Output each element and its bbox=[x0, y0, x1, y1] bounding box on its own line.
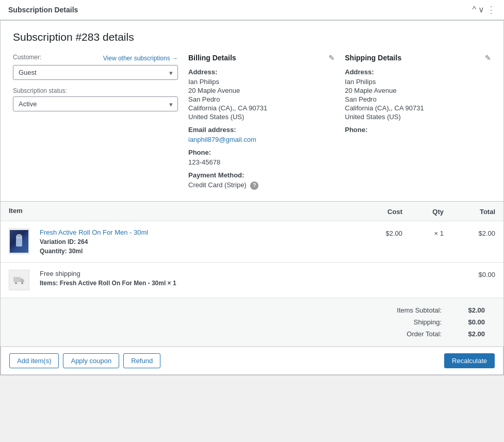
svg-rect-0 bbox=[16, 235, 22, 247]
subscription-title: Subscription #283 details bbox=[13, 31, 491, 43]
shipping-total-row: Shipping: $0.00 bbox=[11, 318, 493, 326]
shipping-city: San Pedro bbox=[345, 95, 492, 103]
order-total-row: Order Total: $2.00 bbox=[11, 330, 493, 338]
customer-select-wrapper: Guest bbox=[13, 65, 178, 80]
shipping-edit-icon[interactable]: ✎ bbox=[485, 54, 491, 62]
shipping-total-value: $0.00 bbox=[452, 318, 493, 326]
panel-title: Subscription Details bbox=[8, 6, 78, 14]
shipping-total-label: Shipping: bbox=[359, 318, 452, 326]
product-info: Fresh Active Roll On For Men - 30ml Vari… bbox=[40, 228, 351, 255]
customer-select[interactable]: Guest bbox=[13, 65, 178, 80]
product-image bbox=[9, 228, 29, 254]
billing-phone-label: Phone: bbox=[188, 149, 335, 156]
shipping-street: 20 Maple Avenue bbox=[345, 87, 492, 94]
footer-bar: Add item(s) Apply coupon Refund Recalcul… bbox=[1, 347, 503, 375]
billing-address-block: Address: Ian Philips 20 Maple Avenue San… bbox=[188, 68, 335, 190]
top-grid: Customer: View other subscriptions → Gue… bbox=[13, 54, 491, 191]
order-total-label: Order Total: bbox=[359, 330, 452, 338]
expand-button[interactable]: ∨ bbox=[478, 5, 484, 14]
shipping-header: Shipping Details ✎ bbox=[345, 54, 492, 62]
view-other-subscriptions-link[interactable]: View other subscriptions → bbox=[103, 55, 178, 62]
quantity-value: 30ml bbox=[69, 248, 83, 255]
billing-edit-icon[interactable]: ✎ bbox=[329, 54, 335, 62]
customer-row: Customer: View other subscriptions → bbox=[13, 54, 178, 63]
main-panel: Subscription #283 details Customer: View… bbox=[0, 20, 504, 202]
quantity-label: Quantity: bbox=[40, 248, 67, 255]
shipping-items-row: Items: Fresh Active Roll On For Men - 30… bbox=[40, 280, 351, 287]
col-header-qty: Qty bbox=[402, 207, 444, 216]
billing-phone: 123-45678 bbox=[188, 158, 335, 166]
billing-city: San Pedro bbox=[188, 95, 335, 103]
shipping-address-label: Address: bbox=[345, 68, 492, 76]
svg-point-4 bbox=[15, 282, 17, 284]
variation-label: Variation ID: bbox=[40, 238, 76, 245]
shipping-state-zip: California (CA),, CA 90731 bbox=[345, 104, 492, 112]
add-items-button[interactable]: Add item(s) bbox=[9, 353, 59, 368]
status-field-group: Subscription status: Active Pending On h… bbox=[13, 87, 178, 111]
billing-email-label: Email address: bbox=[188, 126, 335, 134]
shipping-row: Free shipping Items: Fresh Active Roll O… bbox=[1, 263, 503, 298]
product-quantity: Quantity: 30ml bbox=[40, 248, 351, 255]
col-header-total: Total bbox=[444, 207, 495, 216]
billing-title: Billing Details bbox=[188, 54, 236, 62]
customer-label: Customer: bbox=[13, 54, 41, 61]
footer-actions: Add item(s) Apply coupon Refund bbox=[9, 353, 160, 368]
col-header-spacer bbox=[40, 207, 351, 216]
billing-street: 20 Maple Avenue bbox=[188, 87, 335, 94]
billing-country: United States (US) bbox=[188, 113, 335, 121]
panel-header-controls: ^ ∨ ⋮ bbox=[472, 5, 496, 14]
billing-payment-value: Credit Card (Stripe) bbox=[188, 181, 247, 189]
table-row: Fresh Active Roll On For Men - 30ml Vari… bbox=[1, 221, 503, 263]
billing-section: Billing Details ✎ Address: Ian Philips 2… bbox=[188, 54, 335, 191]
product-qty: × 1 bbox=[402, 228, 444, 237]
shipping-icon bbox=[9, 270, 29, 290]
refund-button[interactable]: Refund bbox=[123, 353, 160, 368]
shipping-items-label: Items: bbox=[40, 280, 58, 287]
shipping-title: Shipping Details bbox=[345, 54, 402, 62]
status-select-wrapper: Active Pending On hold Cancelled Expired bbox=[13, 96, 178, 111]
subtotal-value: $2.00 bbox=[452, 306, 493, 314]
product-link[interactable]: Fresh Active Roll On For Men - 30ml bbox=[40, 228, 148, 236]
svg-rect-1 bbox=[17, 234, 21, 236]
panel-header: Subscription Details ^ ∨ ⋮ bbox=[0, 0, 504, 20]
billing-payment-method: Credit Card (Stripe) ? bbox=[188, 181, 335, 190]
product-cost: $2.00 bbox=[351, 228, 402, 237]
recalculate-button[interactable]: Recalculate bbox=[444, 353, 495, 368]
product-variation: Variation ID: 264 bbox=[40, 238, 351, 245]
shipping-total: $0.00 bbox=[444, 270, 495, 279]
apply-coupon-button[interactable]: Apply coupon bbox=[63, 353, 119, 368]
shipping-country: United States (US) bbox=[345, 113, 492, 121]
shipping-phone-label: Phone: bbox=[345, 126, 492, 134]
table-header: Item Cost Qty Total bbox=[1, 202, 503, 221]
product-svg bbox=[13, 233, 25, 250]
product-image-cell bbox=[9, 228, 40, 254]
totals-section: Items Subtotal: $2.00 Shipping: $0.00 Or… bbox=[1, 298, 503, 347]
shipping-name: Free shipping bbox=[40, 270, 351, 277]
variation-id: 264 bbox=[77, 238, 88, 245]
billing-email-link[interactable]: ianphil879@gmail.com bbox=[188, 136, 256, 143]
drag-handle[interactable]: ⋮ bbox=[486, 5, 496, 14]
order-total-value: $2.00 bbox=[452, 330, 493, 338]
collapse-button[interactable]: ^ bbox=[472, 5, 476, 14]
billing-payment-label: Payment Method: bbox=[188, 171, 335, 179]
shipping-svg bbox=[13, 275, 25, 285]
payment-info-icon[interactable]: ? bbox=[250, 182, 258, 190]
shipping-info: Free shipping Items: Fresh Active Roll O… bbox=[40, 270, 351, 287]
billing-name: Ian Philips bbox=[188, 78, 335, 86]
items-section: Item Cost Qty Total bbox=[0, 202, 504, 375]
billing-header: Billing Details ✎ bbox=[188, 54, 335, 62]
product-total: $2.00 bbox=[444, 228, 495, 237]
col-header-item: Item bbox=[9, 207, 40, 216]
svg-rect-2 bbox=[17, 237, 22, 238]
product-image-placeholder bbox=[10, 230, 28, 253]
customer-status-section: Customer: View other subscriptions → Gue… bbox=[13, 54, 178, 191]
shipping-icon-cell bbox=[9, 270, 40, 290]
billing-address-label: Address: bbox=[188, 68, 335, 76]
subtotal-label: Items Subtotal: bbox=[359, 306, 452, 314]
billing-email: ianphil879@gmail.com bbox=[188, 136, 335, 143]
customer-field-group: Customer: View other subscriptions → Gue… bbox=[13, 54, 178, 80]
svg-rect-3 bbox=[13, 277, 21, 282]
status-label: Subscription status: bbox=[13, 87, 178, 94]
svg-point-5 bbox=[21, 282, 23, 284]
status-select[interactable]: Active Pending On hold Cancelled Expired bbox=[13, 96, 178, 111]
